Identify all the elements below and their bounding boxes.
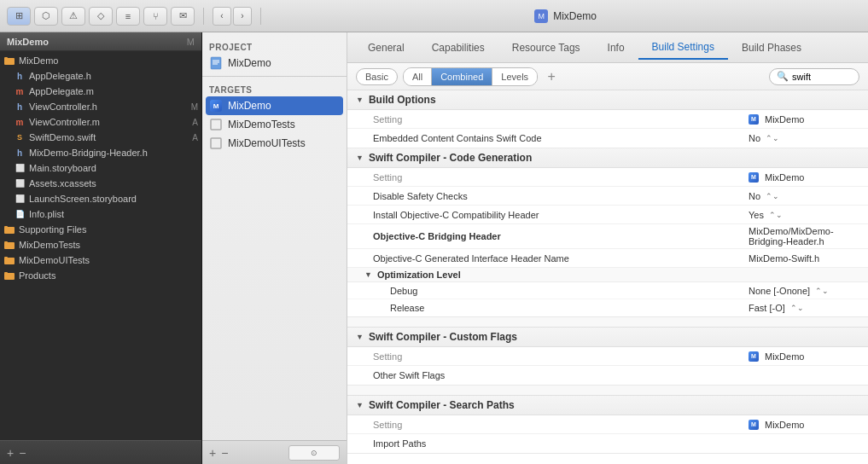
- tab-build-settings[interactable]: Build Settings: [638, 36, 728, 60]
- svg-rect-15: [211, 119, 221, 130]
- bookmark-button[interactable]: ◇: [89, 7, 113, 26]
- filter-combined-button[interactable]: Combined: [432, 68, 492, 85]
- svg-rect-5: [4, 242, 15, 249]
- add-file-button[interactable]: +: [7, 447, 14, 459]
- folder-icon4: [3, 254, 15, 266]
- grid-view-button[interactable]: ⊞: [7, 7, 31, 26]
- mixdemo-app-icon4: M: [749, 420, 759, 430]
- adjust-button[interactable]: ⬡: [34, 7, 58, 26]
- build-options-setting-row: Setting M MixDemo: [347, 110, 868, 129]
- search-paths-header[interactable]: ▼ Swift Compiler - Search Paths: [347, 396, 868, 415]
- tree-item-mixdemotests-ui[interactable]: MixDemoUITests: [0, 252, 201, 268]
- search-box: 🔍: [769, 68, 859, 85]
- tab-info[interactable]: Info: [594, 36, 638, 60]
- tree-item-mixdemotests[interactable]: MixDemoTests: [0, 237, 201, 252]
- stepper-icon[interactable]: ⌃⌄: [769, 211, 783, 219]
- list-button[interactable]: ≡: [116, 7, 140, 26]
- toolbar-divider2: [260, 8, 261, 25]
- nav-back-button[interactable]: ‹: [213, 7, 231, 26]
- stepper-icon[interactable]: ⌃⌄: [790, 304, 804, 312]
- optimization-subsection-header[interactable]: ▼ Optimization Level: [347, 268, 868, 282]
- tree-item-mixdemo-root[interactable]: MixDemo: [0, 53, 201, 68]
- tab-build-phases[interactable]: Build Phases: [728, 36, 815, 60]
- project-label: MixDemo: [228, 57, 271, 69]
- panel-view-control[interactable]: ⊙: [288, 445, 340, 461]
- tree-item-appdelegate-h[interactable]: h AppDelegate.h: [0, 68, 201, 84]
- sidebar-badge: M: [187, 37, 195, 47]
- svg-rect-16: [211, 138, 221, 148]
- tab-resource-tags[interactable]: Resource Tags: [498, 36, 594, 60]
- tree-item-assets[interactable]: ⬜ Assets.xcassets: [0, 176, 201, 191]
- project-item-mixdemo[interactable]: MixDemo: [202, 54, 347, 72]
- search-input[interactable]: [792, 72, 852, 82]
- tree-item-launchscreen[interactable]: ⬜ LaunchScreen.storyboard: [0, 191, 201, 206]
- debug-row[interactable]: Debug None [-Onone] ⌃⌄: [347, 282, 868, 299]
- mixdemo-label4: MixDemo: [765, 420, 804, 430]
- disable-safety-row[interactable]: Disable Safety Checks No ⌃⌄: [347, 187, 868, 206]
- svg-rect-11: [211, 57, 221, 69]
- tab-capabilities[interactable]: Capabilities: [418, 36, 498, 60]
- filter-bar: Basic All Combined Levels + 🔍: [347, 63, 868, 90]
- nav-forward-button[interactable]: ›: [233, 7, 252, 26]
- swift-code-gen-header[interactable]: ▼ Swift Compiler - Code Generation: [347, 148, 868, 168]
- tree-label: Main.storyboard: [29, 163, 198, 173]
- target-item-mixdemotests[interactable]: MixDemoTests: [202, 115, 347, 134]
- mixdemo-app-icon3: M: [749, 351, 759, 362]
- bridging-header-row[interactable]: Objective-C Bridging Header MixDemo/MixD…: [347, 224, 868, 249]
- filter-basic-button[interactable]: Basic: [356, 68, 398, 85]
- a-badge: A: [192, 118, 198, 127]
- tree-label: MixDemoTests: [19, 240, 198, 250]
- warning-button[interactable]: ⚠: [61, 7, 85, 26]
- install-compat-row[interactable]: Install Objective-C Compatibility Header…: [347, 206, 868, 224]
- tree-item-viewcontroller-m[interactable]: m ViewController.m A: [0, 114, 201, 130]
- target-item-mixdemo[interactable]: M MixDemo: [206, 96, 343, 115]
- mixdemo-label3: MixDemo: [765, 351, 804, 362]
- tree-item-appdelegate-m[interactable]: m AppDelegate.m: [0, 84, 201, 99]
- custom-flags-header[interactable]: ▼ Swift Compiler - Custom Flags: [347, 328, 868, 347]
- stepper-icon[interactable]: ⌃⌄: [766, 192, 779, 200]
- import-paths-row[interactable]: Import Paths: [347, 434, 868, 453]
- svg-rect-8: [4, 257, 8, 258]
- remove-target-button[interactable]: −: [221, 446, 228, 460]
- row-name: Import Paths: [347, 438, 740, 449]
- filter-all-button[interactable]: All: [404, 68, 432, 85]
- section-spacer2: [347, 386, 868, 396]
- release-row[interactable]: Release Fast [-O] ⌃⌄: [347, 299, 868, 316]
- folder-icon5: [3, 270, 15, 281]
- sidebar-bottom: + −: [0, 440, 201, 464]
- stepper-icon[interactable]: ⌃⌄: [766, 134, 779, 142]
- tree-item-products[interactable]: Products: [0, 268, 201, 283]
- settings-content: ▼ Build Options Setting M MixDemo Embedd…: [347, 90, 868, 464]
- document-icon: [209, 56, 223, 70]
- add-target-button[interactable]: +: [209, 446, 216, 460]
- row-value: MixDemo-Swift.h: [740, 253, 868, 264]
- stepper-icon[interactable]: ⌃⌄: [815, 287, 829, 295]
- tree-item-swiftdemo[interactable]: S SwiftDemo.swift A: [0, 130, 201, 145]
- message-button[interactable]: ✉: [171, 7, 195, 26]
- targets-section-label: TARGETS: [202, 80, 347, 96]
- swift-code-gen-section: ▼ Swift Compiler - Code Generation Setti…: [347, 148, 868, 317]
- target-item-mixdemotests-ui[interactable]: MixDemoUITests: [202, 134, 347, 153]
- file-navigator: MixDemo M MixDemo h AppDelegate.h m AppD…: [0, 32, 202, 464]
- embedded-content-row[interactable]: Embedded Content Contains Swift Code No …: [347, 129, 868, 148]
- tab-general[interactable]: General: [354, 36, 418, 60]
- generated-interface-row[interactable]: Objective-C Generated Interface Header N…: [347, 249, 868, 268]
- panel-bottom-bar: + − ⊙: [202, 440, 347, 464]
- row-name: Other Swift Flags: [347, 370, 740, 380]
- tree-item-viewcontroller-h[interactable]: h ViewController.h M: [0, 99, 201, 114]
- tree-label: AppDelegate.m: [29, 86, 198, 96]
- tree-item-bridging-header[interactable]: h MixDemo-Bridging-Header.h: [0, 145, 201, 160]
- tree-item-supporting-files[interactable]: Supporting Files: [0, 222, 201, 237]
- filter-levels-button[interactable]: Levels: [492, 68, 537, 85]
- row-name: Release: [347, 303, 740, 313]
- add-filter-button[interactable]: +: [543, 68, 560, 85]
- row-value: No ⌃⌄: [740, 133, 868, 143]
- remove-file-button[interactable]: −: [19, 447, 26, 459]
- build-options-header[interactable]: ▼ Build Options: [347, 90, 868, 110]
- other-swift-flags-row[interactable]: Other Swift Flags: [347, 366, 868, 385]
- sub-section-title: Optimization Level: [377, 270, 461, 280]
- tree-item-infoplist[interactable]: 📄 Info.plist: [0, 206, 201, 222]
- branch-button[interactable]: ⑂: [143, 7, 167, 26]
- h-file-icon3: h: [14, 147, 26, 159]
- tree-item-main-storyboard[interactable]: ⬜ Main.storyboard: [0, 160, 201, 176]
